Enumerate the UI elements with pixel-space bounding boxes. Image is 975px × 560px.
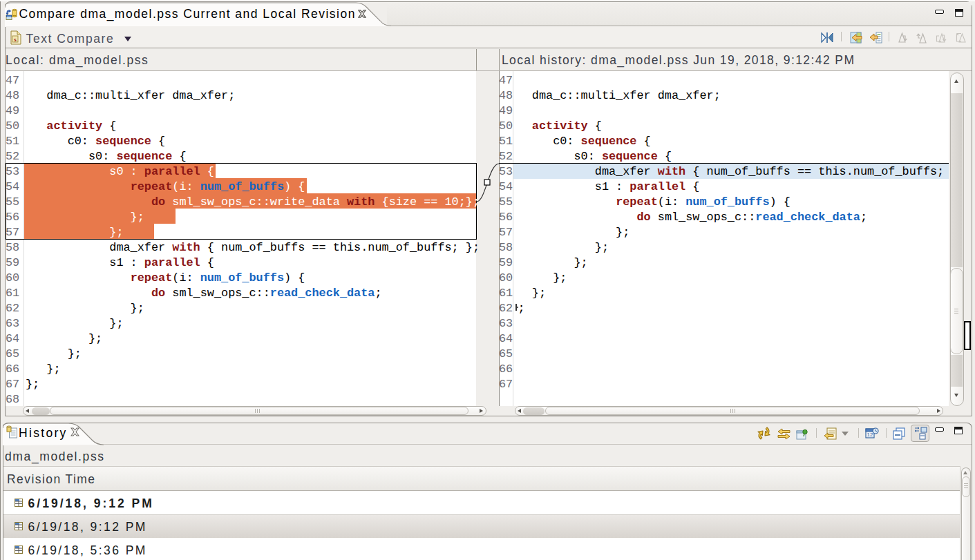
- svg-text:s: s: [14, 36, 17, 43]
- svg-text:12: 12: [867, 432, 873, 438]
